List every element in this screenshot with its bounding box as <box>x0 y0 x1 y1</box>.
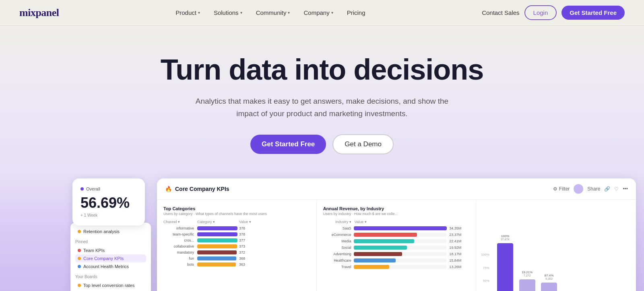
bar-group-1: 100% 37.87K 1 App Open <box>497 234 514 291</box>
hero-demo-button[interactable]: Get a Demo <box>332 134 394 154</box>
sidebar-boards: Your Boards Top level conversion rates R… <box>75 274 146 291</box>
revenue-row: Media 22.41M <box>323 239 470 243</box>
col-category[interactable]: Category ▾ <box>197 220 237 224</box>
dashboard-panels: Top Categories Users by category · What … <box>157 200 636 291</box>
filter-icon: ⚙ <box>553 186 557 192</box>
bar-chart-area: 100% 75% 50% 25% 0% 100% 37.87K <box>481 206 631 291</box>
sidebar-item-team-kpis[interactable]: Team KPIs <box>75 246 146 254</box>
sidebar-panel: Retention analysis Pinned Team KPIs Core… <box>70 223 151 291</box>
table-row: mandatory 372 <box>163 250 310 254</box>
table-row: bots 363 <box>163 262 310 266</box>
panel-top-categories: Top Categories Users by category · What … <box>157 200 317 291</box>
metric-overall-label: Overall <box>80 186 137 191</box>
bar-3 <box>541 283 557 291</box>
more-icon[interactable]: ••• <box>623 186 628 192</box>
col-value[interactable]: Value ▾ <box>239 220 267 224</box>
col-channel[interactable]: Channel ▾ <box>163 220 196 224</box>
revenue-row: SaaS 34.35M <box>323 226 470 230</box>
bar-2 <box>519 279 535 291</box>
metric-value: 56.69% <box>80 195 137 211</box>
revenue-row: Social 19.92M <box>323 246 470 250</box>
main-dashboard: 🔥 Core Company KPIs ⚙ Filter Share 🔗 ♡ •… <box>157 178 636 291</box>
nav-company[interactable]: Company ▾ <box>298 6 339 19</box>
sidebar-item-retention[interactable]: Retention analysis <box>75 289 146 291</box>
revenue-row: Travel 13.26M <box>323 265 470 269</box>
dashboard-actions: ⚙ Filter Share 🔗 ♡ ••• <box>553 184 628 194</box>
table-row: cros... 377 <box>163 238 310 242</box>
sidebar-pinned: Pinned Team KPIs Core Company KPIs Accou… <box>75 239 146 271</box>
chevron-down-icon: ▾ <box>240 10 242 15</box>
nav-community[interactable]: Community ▾ <box>250 6 296 19</box>
core-kpis-dot <box>78 257 81 260</box>
metric-week: + 1 Week <box>80 213 137 217</box>
fire-icon: 🔥 <box>165 186 172 192</box>
logo: mixpanel <box>19 7 59 19</box>
revenue-row: eCommerce 23.37M <box>323 233 470 237</box>
hero-title: Turn data into decisions <box>19 54 625 86</box>
table-row: fun 368 <box>163 256 310 260</box>
panel-revenue: Annual Revenue, by Industry Users by ind… <box>317 200 477 291</box>
dashboard-header: 🔥 Core Company KPIs ⚙ Filter Share 🔗 ♡ •… <box>157 178 636 200</box>
table-header: Channel ▾ Category ▾ Value ▾ <box>163 220 310 224</box>
table-row: team-specific 378 <box>163 232 310 236</box>
nav-right: Contact Sales Login Get Started Free <box>482 5 625 20</box>
metric-card: Overall 56.69% + 1 Week <box>72 178 145 225</box>
share-button[interactable]: Share <box>587 186 600 192</box>
table-row: collaborative 373 <box>163 244 310 248</box>
link-icon: 🔗 <box>604 186 610 192</box>
sidebar-retention: Retention analysis <box>75 227 146 236</box>
heart-icon: ♡ <box>614 186 619 192</box>
sidebar-boards-header: Your Boards <box>75 274 146 280</box>
nav-solutions[interactable]: Solutions ▾ <box>208 6 248 19</box>
table-row: informative 378 <box>163 226 310 230</box>
revenue-headers: Industry ▾ Value ▾ <box>323 220 470 224</box>
bar-chart: 100% 37.87K 1 App Open 19.21% 7,272 <box>493 253 562 291</box>
sidebar-item-conversion[interactable]: Top level conversion rates <box>75 281 146 289</box>
chevron-down-icon: ▾ <box>198 10 200 15</box>
hero-subtitle: Analytics that makes it easy to get answ… <box>185 95 459 120</box>
chevron-down-icon: ▾ <box>331 10 333 15</box>
get-started-nav-button[interactable]: Get Started Free <box>561 6 625 20</box>
overall-dot <box>80 187 84 191</box>
login-button[interactable]: Login <box>524 5 557 20</box>
sidebar-pinned-header: Pinned <box>75 239 146 245</box>
nav-product[interactable]: Product ▾ <box>170 6 206 19</box>
dashboard-preview: Overall 56.69% + 1 Week Retention analys… <box>0 170 644 291</box>
nav-pricing[interactable]: Pricing <box>341 6 371 19</box>
chevron-down-icon: ▾ <box>288 10 290 15</box>
avatar <box>574 184 583 194</box>
revenue-row: Advertising 18.17M <box>323 252 470 256</box>
hero-section: Turn data into decisions Analytics that … <box>0 26 644 170</box>
team-kpis-dot <box>78 249 81 252</box>
nav-links: Product ▾ Solutions ▾ Community ▾ Compan… <box>170 6 371 19</box>
sidebar-item-core-kpis[interactable]: Core Company KPIs <box>75 254 146 262</box>
hero-get-started-button[interactable]: Get Started Free <box>250 135 326 154</box>
hero-cta-group: Get Started Free Get a Demo <box>19 134 625 154</box>
panel-bar-chart: 100% 75% 50% 25% 0% 100% 37.87K <box>476 200 636 291</box>
sidebar-item-retention[interactable]: Retention analysis <box>75 227 146 236</box>
dashboard-title: 🔥 Core Company KPIs <box>165 186 229 192</box>
bar-group-3: 87.4% 6,352 3 Send... <box>541 274 558 291</box>
bar-1 <box>497 243 513 291</box>
navigation: mixpanel Product ▾ Solutions ▾ Community… <box>0 0 644 26</box>
revenue-row: Healthcare 15.84M <box>323 258 470 262</box>
account-health-dot <box>78 265 81 268</box>
filter-button[interactable]: ⚙ Filter <box>553 186 570 192</box>
retention-dot <box>78 230 81 233</box>
contact-sales-link[interactable]: Contact Sales <box>482 9 519 16</box>
conversion-dot <box>78 284 81 287</box>
sidebar-item-account-health[interactable]: Account Health Metrics <box>75 262 146 271</box>
bar-group-2: 19.21% 7,272 2 Send... <box>518 271 536 291</box>
y-axis: 100% 75% 50% 25% 0% <box>481 253 489 291</box>
